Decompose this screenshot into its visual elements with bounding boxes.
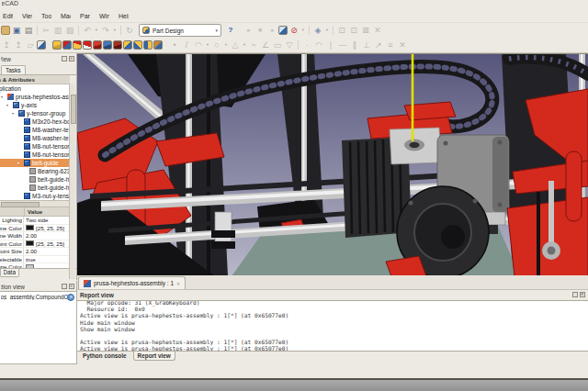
- tree-item[interactable]: M8-nut-tensor-2: [0, 151, 70, 159]
- export-icon[interactable]: ↥: [1, 39, 12, 50]
- clear-selection-icon[interactable]: [67, 294, 74, 301]
- expander-icon[interactable]: ▾: [17, 161, 22, 165]
- sketch-line-icon[interactable]: /: [181, 39, 192, 50]
- float-panel-icon[interactable]: [62, 56, 67, 61]
- constraint-symmetric-icon[interactable]: ✕: [397, 39, 408, 50]
- property-row[interactable]: Selectable true: [0, 256, 70, 264]
- refresh-icon[interactable]: ↻: [124, 25, 135, 36]
- redo-caret-icon[interactable]: ▾: [112, 25, 118, 36]
- tree-item[interactable]: M3x20-hex-bolt: [0, 117, 70, 126]
- chamfer-icon[interactable]: [103, 40, 112, 50]
- close-panel-icon[interactable]: [69, 284, 74, 289]
- tab-data[interactable]: Data: [0, 269, 19, 277]
- constraint-perpendicular-icon[interactable]: ⊥: [361, 39, 372, 50]
- property-row[interactable]: Line Color [25, 25, 25]: [0, 225, 70, 233]
- undo-caret-icon[interactable]: ▾: [94, 25, 99, 36]
- menu-macro[interactable]: Macro: [61, 13, 71, 19]
- tab-python-console[interactable]: Python console: [79, 352, 130, 360]
- sketch-bspline-icon[interactable]: ~: [248, 39, 259, 50]
- tree-item[interactable]: belt-guide-hu: [0, 184, 70, 192]
- sketch-rectangle-icon[interactable]: ▭: [272, 39, 283, 50]
- tab-report-view[interactable]: Report view: [133, 352, 175, 361]
- tab-tasks[interactable]: Tasks: [1, 65, 26, 74]
- close-panel-icon[interactable]: [69, 56, 74, 61]
- zoom-box-icon[interactable]: ⊠: [360, 25, 371, 36]
- constraint-point-on-object-icon[interactable]: ◠: [313, 39, 324, 50]
- open-icon[interactable]: [1, 26, 10, 35]
- menu-windows[interactable]: Windows: [99, 13, 109, 19]
- sketch-arc-icon[interactable]: ◠: [193, 39, 204, 50]
- sketch-polygon-icon[interactable]: ▽: [284, 39, 295, 50]
- draft-icon[interactable]: [113, 40, 122, 50]
- tree-horizontal-scrollbar[interactable]: [0, 200, 70, 207]
- constraint-parallel-icon[interactable]: ∥: [349, 39, 360, 50]
- pocket-icon[interactable]: [83, 40, 92, 50]
- expander-icon[interactable]: ▾: [12, 111, 17, 116]
- macro-record-icon[interactable]: ●: [243, 25, 254, 36]
- polar-pattern-icon[interactable]: [143, 40, 153, 50]
- part-document-icon[interactable]: [37, 40, 46, 50]
- property-row[interactable]: Lighting Two side: [0, 217, 70, 225]
- sketch-point-icon[interactable]: •: [169, 39, 180, 50]
- pad-icon[interactable]: [52, 40, 62, 50]
- tree-item[interactable]: M8-nut-tensor-1: [0, 142, 70, 151]
- circle-caret-icon[interactable]: ▾: [223, 39, 229, 50]
- selection-item[interactable]: prusa_hephestos_assembly.CompoundC: [0, 292, 76, 300]
- fillet-icon[interactable]: [93, 40, 102, 50]
- close-view-icon[interactable]: ✕: [372, 25, 383, 36]
- tree-item[interactable]: Bearing-623z: [0, 167, 70, 175]
- tree-item[interactable]: belt-guide-hu: [0, 175, 70, 184]
- multi-transform-icon[interactable]: [153, 40, 163, 50]
- revolution-icon[interactable]: [62, 40, 72, 50]
- tree-item[interactable]: M8-washer-tensor: [0, 134, 70, 142]
- abort-icon[interactable]: ⊘: [288, 25, 300, 36]
- menu-tools[interactable]: Tools: [41, 13, 51, 19]
- groove-icon[interactable]: [73, 40, 82, 50]
- property-row[interactable]: Line Width 2.00: [0, 232, 70, 240]
- whats-this-icon[interactable]: ?: [225, 25, 236, 36]
- sketch-conic-icon[interactable]: △: [230, 39, 241, 50]
- constraint-equal-icon[interactable]: ≡: [385, 39, 396, 50]
- import-icon[interactable]: ↥: [13, 39, 24, 50]
- constraint-horizontal-icon[interactable]: —: [337, 39, 348, 50]
- new-sketch-icon[interactable]: ▱: [25, 39, 36, 50]
- paste-icon[interactable]: ▧: [64, 25, 75, 36]
- float-panel-icon[interactable]: [62, 284, 67, 289]
- cut-icon[interactable]: ✂: [40, 25, 51, 36]
- mirrored-icon[interactable]: [123, 40, 132, 50]
- conic-caret-icon[interactable]: ▾: [242, 39, 247, 50]
- arc-caret-icon[interactable]: ▾: [205, 39, 210, 50]
- tree-item[interactable]: ▾ y-tensor-group: [0, 109, 70, 117]
- macro-stop-icon[interactable]: ■: [254, 25, 266, 36]
- fit-selection-icon[interactable]: ⊡: [348, 25, 359, 36]
- tree-vertical-scrollbar[interactable]: [69, 84, 75, 279]
- property-row[interactable]: Point Size 2.00: [0, 248, 70, 256]
- copy-icon[interactable]: ▥: [52, 25, 63, 36]
- menu-edit[interactable]: Edit: [3, 13, 13, 19]
- expander-icon[interactable]: ▾: [6, 103, 11, 107]
- view-caret-icon[interactable]: ▾: [324, 25, 330, 36]
- float-panel-icon[interactable]: [572, 292, 578, 297]
- tree-item[interactable]: ▾ belt-guide: [0, 159, 70, 167]
- constraint-tangent-icon[interactable]: ↗: [373, 39, 384, 50]
- property-row[interactable]: Point Color [25, 25, 25]: [0, 240, 70, 249]
- tree-item[interactable]: Application: [0, 84, 70, 93]
- expander-icon[interactable]: ▾: [1, 95, 6, 99]
- menu-part-design[interactable]: Part Design: [80, 13, 90, 19]
- viewport-3d[interactable]: [77, 53, 588, 275]
- selection-view-icon[interactable]: [278, 26, 288, 35]
- close-tab-icon[interactable]: ✕: [176, 281, 180, 286]
- save-icon[interactable]: ▣: [11, 25, 22, 36]
- sketch-circle-icon[interactable]: ○: [211, 39, 222, 50]
- tree-item[interactable]: M8-washer-tensor: [0, 126, 70, 134]
- print-icon[interactable]: ▤: [23, 25, 34, 36]
- tree-item[interactable]: ▾ y-axis: [0, 101, 70, 109]
- linear-pattern-icon[interactable]: [133, 40, 142, 50]
- macro-play-icon[interactable]: ●: [266, 25, 277, 36]
- undo-icon[interactable]: ↶: [82, 25, 93, 36]
- tree-item[interactable]: ▾ prusa-hephestos-assembly: [0, 93, 70, 101]
- close-panel-icon[interactable]: [580, 292, 585, 297]
- constraint-coincident-icon[interactable]: ·: [301, 39, 312, 50]
- document-tab[interactable]: prusa-hephestos-assembly : 1 ✕: [78, 276, 186, 289]
- menu-view[interactable]: View: [22, 13, 32, 19]
